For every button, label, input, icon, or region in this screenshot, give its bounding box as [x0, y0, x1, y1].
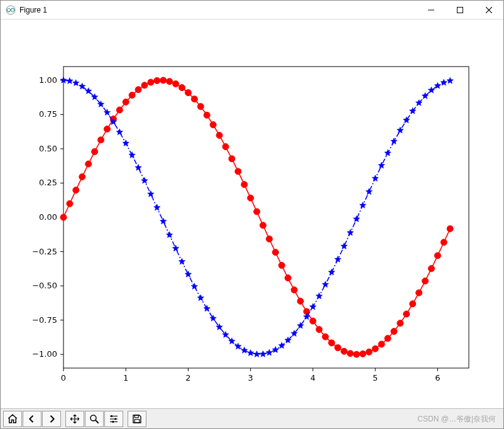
y-tick-label: 0.75	[39, 109, 57, 119]
minimize-button[interactable]	[417, 1, 446, 19]
x-tick-label: 0	[61, 373, 66, 383]
marker-circle	[85, 161, 92, 167]
window-title: Figure 1	[19, 6, 417, 14]
marker-circle	[391, 329, 397, 335]
marker-circle	[422, 278, 429, 284]
save-button[interactable]	[128, 411, 146, 427]
svg-rect-30	[134, 415, 138, 418]
maximize-button[interactable]	[446, 1, 474, 19]
app-icon	[6, 5, 16, 15]
x-tick-label: 6	[435, 373, 440, 383]
marker-circle	[310, 318, 316, 324]
marker-circle	[79, 174, 85, 180]
marker-circle	[98, 137, 104, 143]
marker-circle	[359, 350, 366, 357]
configure-button[interactable]	[104, 411, 123, 427]
svg-rect-29	[112, 421, 114, 423]
marker-circle	[173, 81, 179, 87]
marker-circle	[416, 290, 422, 296]
x-tick-label: 2	[185, 373, 190, 383]
svg-line-23	[96, 420, 99, 423]
figure-canvas[interactable]: 0123456−1.00−0.75−0.50−0.250.000.250.500…	[1, 19, 503, 408]
marker-circle	[73, 187, 79, 193]
matplotlib-toolbar	[1, 408, 503, 428]
marker-circle	[60, 214, 67, 220]
marker-circle	[372, 345, 378, 352]
svg-rect-27	[115, 418, 116, 420]
marker-circle	[129, 92, 135, 99]
marker-circle	[260, 222, 266, 229]
marker-circle	[278, 263, 285, 269]
marker-circle	[254, 209, 260, 215]
marker-circle	[185, 90, 191, 96]
y-tick-label: −0.25	[32, 247, 57, 256]
marker-circle	[216, 132, 222, 138]
marker-circle	[191, 96, 197, 102]
marker-circle	[92, 148, 98, 155]
marker-circle	[272, 249, 278, 256]
marker-circle	[123, 99, 129, 105]
y-tick-label: −1.00	[32, 349, 57, 359]
marker-circle	[397, 320, 403, 327]
marker-circle	[241, 182, 248, 188]
x-tick-label: 1	[123, 373, 128, 383]
marker-circle	[410, 301, 416, 307]
x-tick-label: 4	[310, 373, 315, 383]
marker-circle	[353, 351, 359, 357]
marker-circle	[204, 112, 210, 118]
marker-circle	[385, 335, 391, 342]
marker-circle	[291, 287, 297, 293]
marker-circle	[347, 350, 353, 357]
y-tick-label: −0.50	[32, 281, 57, 290]
x-tick-label: 3	[248, 373, 253, 383]
svg-rect-5	[63, 67, 469, 368]
marker-circle	[335, 345, 341, 351]
marker-circle	[160, 77, 167, 84]
marker-circle	[285, 275, 291, 281]
marker-circle	[141, 82, 148, 89]
marker-circle	[235, 168, 241, 175]
marker-circle	[229, 156, 235, 162]
marker-circle	[366, 349, 372, 355]
marker-circle	[179, 85, 185, 91]
svg-rect-31	[134, 419, 140, 422]
y-tick-label: 0.50	[39, 144, 57, 153]
marker-circle	[116, 107, 123, 113]
marker-circle	[316, 327, 322, 333]
titlebar: Figure 1	[1, 1, 503, 19]
marker-circle	[378, 341, 385, 347]
svg-point-22	[90, 415, 96, 421]
back-button[interactable]	[23, 411, 41, 427]
marker-circle	[154, 77, 160, 84]
close-button[interactable]	[474, 1, 503, 19]
marker-circle	[403, 311, 410, 317]
marker-circle	[428, 266, 434, 272]
marker-circle	[248, 195, 254, 201]
marker-circle	[329, 340, 335, 346]
y-tick-label: 0.25	[39, 178, 57, 187]
home-button[interactable]	[3, 411, 22, 427]
marker-circle	[148, 79, 154, 85]
pan-button[interactable]	[65, 411, 84, 427]
y-tick-label: 1.00	[39, 75, 57, 85]
y-tick-label: 0.00	[39, 212, 57, 222]
marker-circle	[104, 126, 110, 132]
marker-circle	[197, 104, 204, 110]
marker-circle	[222, 144, 229, 150]
marker-circle	[167, 79, 173, 85]
marker-circle	[447, 225, 453, 232]
marker-circle	[322, 334, 329, 340]
marker-circle	[266, 236, 272, 242]
svg-rect-2	[457, 7, 463, 13]
marker-circle	[441, 239, 447, 246]
marker-circle	[135, 87, 141, 93]
marker-circle	[434, 253, 441, 259]
marker-circle	[341, 348, 348, 354]
x-tick-label: 5	[373, 373, 378, 383]
svg-rect-25	[111, 415, 112, 417]
marker-circle	[297, 298, 304, 305]
forward-button[interactable]	[42, 411, 61, 427]
marker-circle	[67, 200, 73, 207]
marker-circle	[210, 122, 216, 128]
zoom-button[interactable]	[85, 411, 104, 427]
